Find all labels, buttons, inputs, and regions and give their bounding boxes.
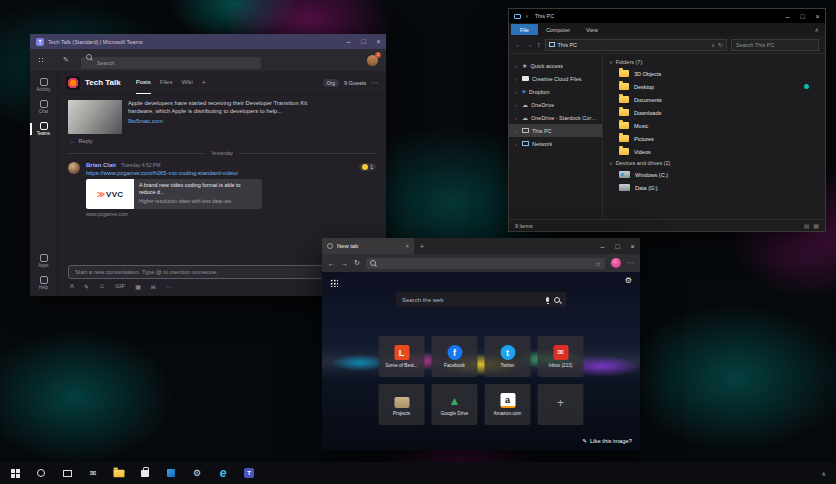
format-icon[interactable]: A [70, 283, 74, 290]
menu-view[interactable]: View [578, 24, 606, 35]
site-tile-projects[interactable]: Projects [379, 384, 425, 425]
minimize-button[interactable]: – [341, 34, 356, 49]
desktop[interactable]: T Tech Talk (Standard) | Microsoft Teams… [0, 0, 836, 484]
teams-titlebar[interactable]: T Tech Talk (Standard) | Microsoft Teams… [30, 34, 386, 49]
details-view-icon[interactable]: ▤ [804, 222, 810, 229]
site-tile-facebook[interactable]: f Facebook [432, 336, 478, 377]
folder-item-pictures[interactable]: Pictures [609, 132, 819, 145]
user-avatar[interactable]: 1 [367, 55, 378, 66]
giphy-icon[interactable]: GIF [115, 283, 125, 290]
sidebar-item-onedrive-stardock[interactable]: › ☁ OneDrive - Stardock Corporat [509, 111, 602, 124]
refresh-icon[interactable]: ↻ [718, 41, 723, 48]
close-button[interactable]: × [371, 34, 386, 49]
group-header-folders[interactable]: ∨ Folders (7) [609, 59, 819, 65]
app-launcher-icon[interactable] [38, 57, 45, 64]
more-menu-icon[interactable]: ⋯ [627, 259, 634, 267]
message-link[interactable]: https://www.pcgamer.com/h265-vvc-coding-… [86, 170, 262, 176]
breadcrumb[interactable]: This PC [558, 42, 578, 48]
web-search-input[interactable] [402, 297, 541, 303]
link-preview-image[interactable] [68, 100, 122, 134]
site-tile-some-of-best[interactable]: L Some of Best... [379, 336, 425, 377]
close-button[interactable]: × [810, 9, 825, 23]
tab-close-icon[interactable]: × [405, 243, 409, 249]
sidebar-item-help[interactable]: Help [30, 276, 57, 290]
taskbar-settings-button[interactable]: ⚙ [184, 462, 210, 484]
sidebar-item-onedrive[interactable]: › ☁ OneDrive [509, 98, 602, 111]
explorer-titlebar[interactable]: ∨ This PC – □ × [509, 9, 825, 23]
back-button[interactable]: ← [328, 260, 335, 267]
site-tile-inbox[interactable]: ✉ Inbox (213) [538, 336, 584, 377]
guest-count[interactable]: 9 Guests [344, 80, 366, 86]
meet-icon[interactable]: ⊞ [151, 283, 156, 290]
site-tile-amazon[interactable]: a Amazon.com [485, 384, 531, 425]
avatar[interactable] [68, 162, 80, 174]
favorites-star-icon[interactable]: ☆ [596, 260, 601, 267]
maximize-button[interactable]: □ [356, 34, 371, 49]
taskbar-file-explorer-button[interactable] [106, 462, 132, 484]
forward-button[interactable]: → [341, 260, 348, 267]
collapse-group-icon[interactable]: ∨ [609, 160, 613, 166]
collapse-group-icon[interactable]: ∨ [609, 59, 613, 65]
add-site-tile[interactable]: + [538, 384, 584, 425]
reply-button[interactable]: ← Reply [68, 138, 376, 144]
taskbar-photos-button[interactable] [158, 462, 184, 484]
address-dropdown-icon[interactable]: ∨ [711, 42, 715, 48]
maximize-button[interactable]: □ [795, 9, 810, 23]
tab-wiki[interactable]: Wiki [181, 71, 192, 94]
link-preview-card[interactable]: ≫ VVC A brand new video coding format is… [86, 179, 262, 209]
back-button[interactable]: ← [515, 41, 522, 48]
folder-item-music[interactable]: Music [609, 119, 819, 132]
profile-avatar[interactable] [611, 258, 621, 268]
taskbar-store-button[interactable] [132, 462, 158, 484]
sticker-icon[interactable]: ▦ [135, 283, 141, 290]
chevron-icon[interactable]: › [515, 102, 519, 108]
forward-button[interactable]: → [526, 41, 533, 48]
chevron-icon[interactable]: › [515, 128, 519, 134]
folder-item-documents[interactable]: Documents [609, 93, 819, 106]
tab-posts[interactable]: Posts [136, 71, 151, 94]
group-header-drives[interactable]: ∨ Devices and drives (2) [609, 160, 819, 166]
more-options-icon[interactable]: ⋯ [371, 79, 378, 87]
menu-file[interactable]: File [511, 24, 538, 35]
minimize-button[interactable]: – [780, 9, 795, 23]
taskbar-edge-button[interactable]: e [210, 462, 236, 484]
folder-item-3d-objects[interactable]: 3D Objects [609, 67, 819, 80]
attach-icon[interactable]: ✎ [84, 283, 89, 290]
browser-tab[interactable]: New tab × [322, 238, 414, 254]
edge-tab-strip[interactable]: New tab × + – □ × [322, 238, 640, 254]
quick-access-toolbar-icon[interactable]: ∨ [525, 13, 529, 19]
new-tab-button[interactable]: + [414, 238, 430, 254]
add-tab-button[interactable]: + [202, 79, 206, 86]
sidebar-item-quick-access[interactable]: › ★ Quick access [509, 59, 602, 72]
search-input[interactable] [81, 57, 261, 69]
sidebar-item-network[interactable]: › Network [509, 137, 602, 150]
search-icon[interactable] [554, 297, 560, 303]
team-avatar[interactable] [66, 76, 80, 90]
folder-item-desktop[interactable]: Desktop [609, 80, 819, 93]
explorer-search-input[interactable] [731, 39, 819, 51]
folder-item-downloads[interactable]: Downloads [609, 106, 819, 119]
start-button[interactable] [2, 462, 28, 484]
minimize-button[interactable]: – [595, 238, 610, 254]
tab-files[interactable]: Files [160, 71, 173, 94]
microphone-icon[interactable] [546, 297, 549, 302]
new-chat-icon[interactable]: ✎ [63, 56, 69, 64]
sidebar-item-chat[interactable]: Chat [30, 100, 57, 114]
up-button[interactable]: ↑ [537, 41, 541, 48]
icons-view-icon[interactable]: ▦ [813, 222, 819, 229]
reaction-badge[interactable]: 1 [359, 163, 376, 171]
drive-item-data-g[interactable]: Data (G:) [609, 181, 819, 194]
folder-item-videos[interactable]: Videos [609, 145, 819, 158]
taskbar-search-button[interactable] [28, 462, 54, 484]
show-hidden-icons-chevron[interactable]: ∧ [822, 470, 826, 477]
url-input[interactable] [379, 260, 593, 266]
chevron-icon[interactable]: › [515, 63, 519, 69]
chevron-icon[interactable]: › [515, 115, 519, 121]
sidebar-item-creative-cloud[interactable]: › Creative Cloud Files [509, 72, 602, 85]
site-tile-twitter[interactable]: t Twitter [485, 336, 531, 377]
sidebar-item-activity[interactable]: Activity [30, 78, 57, 92]
like-image-prompt[interactable]: ✎ Like this image? [582, 438, 632, 444]
maximize-button[interactable]: □ [610, 238, 625, 254]
sidebar-item-teams[interactable]: Teams [30, 122, 57, 136]
close-button[interactable]: × [625, 238, 640, 254]
